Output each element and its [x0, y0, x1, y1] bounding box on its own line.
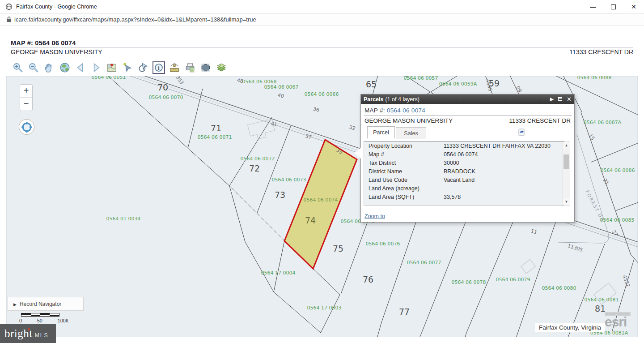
detail-label: Land Area (SQFT): [369, 194, 444, 200]
lot-number-label: 65: [366, 79, 377, 89]
parcel-detail-row: Map #0564 06 0074: [364, 150, 564, 159]
parcel-id-label: 0564 06 0073: [272, 177, 306, 183]
bright-logo-dot: [28, 328, 30, 330]
parcel-detail-row: District NameBRADDOCK: [364, 167, 564, 176]
parcel-detail-table: Property Location11333 CRESCENT DR FAIRF…: [364, 141, 564, 206]
parcel-id-label: 0564 06 0067: [264, 84, 299, 90]
detail-label: District Name: [369, 168, 444, 175]
tab-sales[interactable]: Sales: [396, 127, 426, 138]
detail-value: 30000: [444, 160, 564, 166]
lot-number-label: 77: [399, 307, 410, 317]
parcel-id-label: 0564 06 0080: [542, 285, 576, 291]
collapsed-triangle-icon: ▶: [13, 298, 17, 311]
record-navigator-toggle[interactable]: ▶Record Navigator: [8, 297, 84, 311]
parcel-id-label: 0564 17 0003: [307, 305, 342, 311]
parcel-id-label: 0564 06 0057: [404, 75, 438, 81]
parcel-id-label: 0564 01 0034: [106, 216, 141, 222]
lot-number-label: 71: [211, 123, 221, 133]
parcel-id-label: 0564 06 0086: [601, 167, 635, 173]
scroll-up-arrow-icon[interactable]: ▲: [563, 142, 570, 149]
popup-property-address: 11333 CRESCENT DR: [509, 117, 571, 124]
detail-value: BRADDOCK: [444, 168, 564, 175]
tab-parcel[interactable]: Parcel: [367, 126, 395, 138]
popup-title: Parcels: [364, 96, 383, 103]
bright-logo-text: bright: [4, 327, 33, 340]
parcel-id-label: 0564 06 0066: [305, 91, 339, 97]
popup-close-icon[interactable]: ✕: [567, 94, 572, 104]
detail-label: Land Use Code: [369, 177, 444, 183]
lot-number-label: 73: [275, 190, 285, 200]
zoom-out-button[interactable]: −: [20, 98, 32, 111]
scale-fifty: 50: [37, 318, 42, 323]
lot-number-label: 74: [305, 215, 316, 225]
detail-label: Property Location: [369, 143, 444, 149]
parcel-id-label: 0564 06 0076: [366, 241, 400, 247]
crosshair-icon: [21, 121, 33, 133]
popup-next-record-icon[interactable]: ▶: [550, 94, 554, 104]
scroll-down-arrow-icon[interactable]: ▼: [563, 198, 570, 205]
parcels-popup: Parcels (1 of 4 layers) ▶ ✕ MAP #: 0564 …: [360, 94, 575, 223]
popup-map-number-row: MAP #: 0564 06 0074: [364, 107, 425, 114]
lot-number-label: 76: [363, 274, 373, 284]
scrollbar-thumb[interactable]: [564, 154, 569, 169]
export-page-icon[interactable]: [518, 129, 525, 138]
parcel-id-label: 0564 06 0071: [198, 134, 232, 140]
popup-title-suffix: (1 of 4 layers): [385, 96, 419, 103]
parcel-id-label: 0564 06 0077: [407, 260, 441, 266]
parcel-detail-row: Property Location11333 CRESCENT DR FAIRF…: [364, 141, 564, 150]
zoom-in-button[interactable]: +: [20, 85, 32, 98]
parcel-detail-row: Land Use CodeVacant Land: [364, 176, 564, 184]
parcel-id-label: 0564 06 0078: [452, 279, 486, 285]
detail-value: 0564 06 0074: [444, 151, 564, 158]
parcel-id-label: 0564 06 0079: [496, 277, 530, 283]
zoom-control: + −: [20, 84, 33, 111]
map-scale-bar: 0 50 100ft: [21, 313, 68, 323]
parcel-id-label: 0564 06 0087A: [584, 120, 622, 125]
parcel-id-label: 0564 06 0059A: [439, 81, 477, 87]
detail-value: Vacant Land: [444, 177, 564, 183]
parcel-detail-row: Land Area (SQFT)33,578: [364, 193, 564, 201]
popup-map-label: MAP #:: [364, 107, 385, 114]
parcel-id-label: 0564 06 0051: [92, 74, 126, 80]
record-navigator-label: Record Navigator: [20, 301, 61, 307]
zoom-to-link[interactable]: Zoom to: [364, 213, 385, 219]
detail-scrollbar[interactable]: ▲ ▼: [563, 141, 570, 206]
parcel-detail-row: Land Area (acreage): [364, 184, 564, 193]
mls-logo-text: MLS: [35, 332, 49, 339]
parcel-id-label: 0564 17 0004: [261, 270, 296, 276]
popup-map-number-link[interactable]: 0564 06 0074: [387, 107, 425, 114]
detail-label: Tax District: [369, 160, 444, 166]
detail-value: 33,578: [444, 194, 564, 200]
parcel-id-label: 0564 06 0081: [585, 297, 619, 303]
scale-hundred: 100ft: [58, 318, 68, 323]
popup-divider: [364, 116, 572, 116]
locate-button[interactable]: [19, 119, 34, 135]
esri-logo: POWERED BY esri: [605, 312, 631, 328]
scale-zero: 0: [19, 318, 22, 323]
parcel-id-label: 0564 06 0074: [304, 197, 338, 203]
detail-value: 11333 CRESCENT DR FAIRFAX VA 22030: [444, 143, 564, 149]
map-attribution: Fairfax County, Virginia: [535, 323, 605, 332]
parcel-id-label: 0564 06 0088: [577, 75, 612, 81]
lot-number-label: 81: [595, 304, 606, 313]
parcel-id-label: 0564 06 0072: [241, 156, 275, 162]
detail-value: [444, 185, 564, 192]
popup-callout-tail: [354, 147, 361, 159]
popup-maximize-icon[interactable]: [558, 94, 562, 104]
popup-title-bar[interactable]: Parcels (1 of 4 layers) ▶ ✕: [361, 94, 574, 104]
esri-brand-text: esri: [605, 316, 631, 328]
popup-owner-name: GEORGE MASON UNIVERSITY: [364, 117, 453, 124]
parcel-id-label: 0564 06 0070: [149, 94, 183, 100]
detail-label: Land Area (acreage): [369, 185, 444, 192]
bright-mls-logo: bright MLS: [0, 324, 56, 343]
parcel-detail-row: Tax District30000: [364, 159, 564, 167]
lot-number-label: 72: [249, 163, 260, 173]
lot-number-label: 75: [333, 244, 343, 253]
detail-label: Map #: [369, 151, 444, 158]
lot-number-label: 70: [157, 82, 168, 92]
